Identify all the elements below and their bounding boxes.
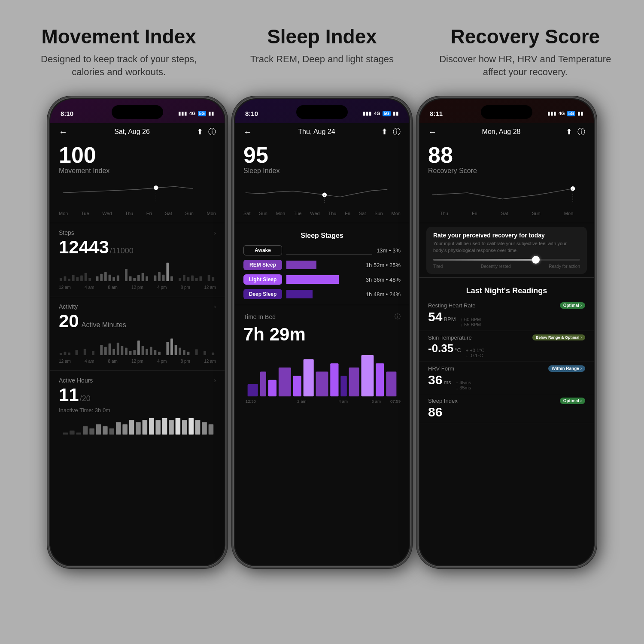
svg-rect-22 <box>154 276 157 281</box>
info-icon-1[interactable]: ⓘ <box>208 127 216 137</box>
share-icon-2[interactable]: ⬆ <box>381 127 388 137</box>
active-hours-chevron[interactable]: › <box>214 377 216 384</box>
dynamic-island-2 <box>296 105 348 119</box>
slider-fill <box>433 259 536 261</box>
svg-rect-63 <box>204 351 206 355</box>
svg-rect-58 <box>175 345 177 355</box>
share-icon-1[interactable]: ⬆ <box>197 127 203 137</box>
reading-unit-hrv: ms <box>444 379 451 386</box>
slider-labels: Tired Decently rested Ready for action <box>433 264 580 269</box>
sleep-desc: Track REM, Deep and light stages <box>229 53 415 66</box>
svg-rect-93 <box>279 368 291 396</box>
svg-rect-30 <box>191 276 194 281</box>
stage-stats-rem: 1h 52m • 25% <box>366 262 401 268</box>
svg-rect-100 <box>361 355 374 396</box>
svg-rect-41 <box>100 345 103 355</box>
score-section-3: 88 Recovery Score <box>419 140 594 175</box>
day-label: Wed <box>102 211 112 216</box>
svg-rect-79 <box>155 420 161 435</box>
side-button-power-3 <box>595 200 597 248</box>
side-button-vol-down-2 <box>232 231 233 261</box>
svg-rect-44 <box>112 349 115 355</box>
svg-rect-3 <box>64 276 67 282</box>
stage-row-rem: REM Sleep 1h 52m • 25% <box>235 258 409 272</box>
svg-rect-43 <box>109 343 111 355</box>
svg-rect-15 <box>117 276 119 281</box>
svg-rect-96 <box>316 372 328 397</box>
svg-rect-36 <box>64 352 67 355</box>
activity-unit: Active Minutes <box>82 321 126 329</box>
svg-rect-57 <box>170 339 173 355</box>
svg-rect-97 <box>330 363 338 396</box>
5g-label-2: 5G <box>383 111 391 116</box>
chart-labels-3: ThuFriSatSunMon <box>419 209 594 219</box>
reading-badge-hr: Optimal › <box>560 302 585 309</box>
svg-rect-37 <box>68 352 70 355</box>
status-icons-2: ▮▮▮ 4G 5G ▮▮ <box>363 110 399 116</box>
divider-recovery-2 <box>419 277 594 278</box>
rate-card-desc: Your input will be used to calibrate you… <box>433 240 580 254</box>
svg-rect-76 <box>136 422 141 435</box>
side-button-vol-up-2 <box>232 192 233 222</box>
divider-sleep-2 <box>235 305 409 305</box>
phone-screen-2: 8:10 ▮▮▮ 4G 5G ▮▮ ← Thu, Aug 24 ⬆ ⓘ <box>235 99 409 565</box>
nav-actions-3: ⬆ ⓘ <box>566 127 585 137</box>
back-button-3[interactable]: ← <box>428 127 437 137</box>
sparkline-3 <box>419 175 594 209</box>
time-bed-info[interactable]: ⓘ <box>395 313 401 321</box>
day-label: Sun <box>185 211 194 216</box>
slider-label-ready: Ready for action <box>549 264 580 269</box>
phone-content-2: ← Thu, Aug 24 ⬆ ⓘ 95 Sleep Index <box>235 123 409 565</box>
reading-sleep-index: Sleep Index Optimal › 86 <box>419 394 594 423</box>
svg-rect-53 <box>150 347 152 355</box>
dynamic-island-1 <box>112 105 163 119</box>
steps-label: Steps <box>59 229 74 236</box>
info-icon-2[interactable]: ⓘ <box>393 127 401 137</box>
svg-rect-55 <box>158 352 161 355</box>
svg-text:6 am: 6 am <box>372 399 381 404</box>
day-label: Thu <box>125 211 133 216</box>
svg-rect-78 <box>149 418 154 435</box>
svg-rect-21 <box>146 276 148 282</box>
slider-track[interactable] <box>433 259 580 261</box>
stage-row-light: Light Sleep 3h 36m • 48% <box>235 272 409 287</box>
5g-label-3: 5G <box>567 111 575 116</box>
svg-rect-51 <box>142 346 144 355</box>
day-label: Sat <box>165 211 172 216</box>
inactive-time: Inactive Time: 3h 0m <box>50 407 225 415</box>
back-button-1[interactable]: ← <box>59 127 67 137</box>
phone-screen-3: 8:11 ▮▮▮ 4G 5G ▮▮ ← Mon, Aug 28 ⬆ ⓘ <box>419 99 594 565</box>
share-icon-3[interactable]: ⬆ <box>566 127 572 137</box>
reading-header-si: Sleep Index Optimal › <box>428 398 585 404</box>
sparkline-2 <box>235 175 409 209</box>
steps-chevron[interactable]: › <box>214 229 216 236</box>
info-icon-3[interactable]: ⓘ <box>577 127 585 137</box>
reading-sub2-hrv: ↓ 35ms <box>456 385 471 390</box>
recovery-title: Recovery Score <box>432 26 618 48</box>
svg-rect-27 <box>179 278 181 282</box>
divider-1 <box>50 223 225 223</box>
svg-rect-80 <box>162 418 167 435</box>
svg-rect-86 <box>202 422 207 435</box>
svg-rect-52 <box>146 349 148 355</box>
svg-rect-19 <box>137 275 140 281</box>
back-button-2[interactable]: ← <box>243 127 252 137</box>
nav-actions-2: ⬆ ⓘ <box>381 127 401 137</box>
svg-rect-17 <box>129 276 132 282</box>
reading-badge-hrv: Within Range › <box>548 365 585 372</box>
svg-rect-7 <box>80 276 83 281</box>
phones-row: 8:10 ▮▮▮ 4G 5G ▮▮ ← Sat, Aug 26 ⬆ <box>17 96 627 627</box>
svg-rect-16 <box>125 269 128 281</box>
svg-rect-62 <box>195 349 198 355</box>
svg-rect-85 <box>195 420 200 435</box>
svg-rect-45 <box>117 343 119 355</box>
slider-label-rested: Decently rested <box>481 264 510 269</box>
phone-frame-3: 8:11 ▮▮▮ 4G 5G ▮▮ ← Mon, Aug 28 ⬆ ⓘ <box>416 96 597 568</box>
movement-title: Movement Index <box>26 26 212 48</box>
svg-point-108 <box>571 187 575 191</box>
svg-rect-61 <box>187 352 190 355</box>
svg-rect-38 <box>76 350 78 355</box>
active-hours-label: Active Hours <box>59 377 93 384</box>
activity-chevron[interactable]: › <box>214 303 216 310</box>
svg-rect-23 <box>158 272 161 281</box>
